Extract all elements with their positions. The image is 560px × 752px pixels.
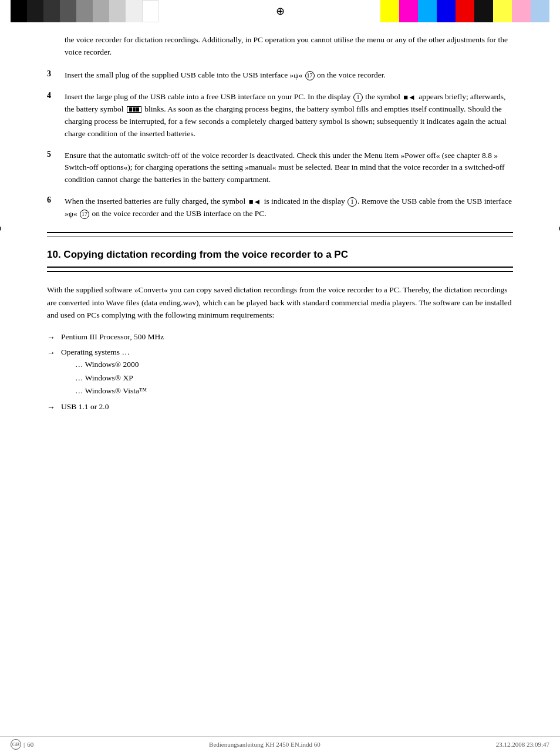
step-6-number: 6	[47, 195, 65, 205]
charge-icon-2: ■◄	[249, 196, 261, 208]
os-win2000: … Windows® 2000	[75, 359, 147, 371]
page-footer: GB | 60 Bedienungsanleitung KH 2450 EN.i…	[0, 736, 560, 752]
requirements-list: → Pentium III Processor, 500 MHz → Opera…	[47, 331, 513, 414]
gs-7	[109, 0, 126, 22]
list-item-os: → Operating systems … … Windows® 2000 … …	[47, 346, 513, 399]
page-content: ⊕ ⊕ the voice recorder for dictation rec…	[0, 22, 560, 451]
usb-plug-symbol-2: ψ	[69, 210, 73, 218]
cb-red	[456, 0, 474, 22]
gs-2	[27, 0, 43, 22]
section-divider-thin	[47, 237, 513, 237]
os-sub-list: … Windows® 2000 … Windows® XP … Windows®…	[75, 359, 147, 398]
circle-17-2: 17	[80, 210, 89, 219]
step-4: 4 Insert the large plug of the USB cable…	[47, 91, 513, 140]
os-winxp: … Windows® XP	[75, 372, 147, 385]
section-10-body: With the supplied software »Convert« you…	[47, 284, 513, 322]
list-item-usb-text: USB 1.1 or 2.0	[61, 401, 109, 413]
step-6: 6 When the inserted batteries are fully …	[47, 195, 513, 220]
arrow-1: →	[47, 331, 61, 344]
gs-1	[11, 0, 27, 22]
top-color-bar: ⊕	[0, 0, 560, 22]
list-item-processor: → Pentium III Processor, 500 MHz	[47, 331, 513, 344]
battery-icon-1	[127, 106, 141, 113]
section-divider-thin-2	[47, 271, 513, 272]
list-item-processor-text: Pentium III Processor, 500 MHz	[61, 331, 164, 343]
step-4-text: Insert the large plug of the USB cable i…	[65, 91, 513, 140]
cb-yellow2	[493, 0, 512, 22]
circle-17-1: 17	[305, 71, 315, 80]
os-winvista: … Windows® Vista™	[75, 385, 147, 397]
step-6-text: When the inserted batteries are fully ch…	[65, 195, 513, 220]
footer-page-number: 60	[27, 741, 33, 748]
intro-paragraph: the voice recorder for dictation recordi…	[65, 34, 513, 59]
cb-cyan	[418, 0, 437, 22]
cb-pink	[512, 0, 531, 22]
section-divider-thick	[47, 232, 513, 233]
charge-icon-1: ■◄	[403, 92, 416, 103]
section-10-heading: 10. Copying dictation recording from the…	[47, 249, 513, 261]
gs-9	[142, 0, 158, 22]
footer-left: GB | 60	[11, 739, 33, 750]
cb-lightblue	[531, 0, 549, 22]
step-3-number: 3	[47, 69, 65, 79]
gs-6	[93, 0, 109, 22]
step-5-text: Ensure that the automatic switch-off of …	[65, 150, 513, 187]
gs-4	[60, 0, 76, 22]
cb-black	[474, 0, 493, 22]
step-3-text: Insert the small plug of the supplied US…	[65, 69, 513, 82]
color-blocks	[380, 0, 549, 22]
arrow-3: →	[47, 401, 61, 414]
list-item-usb: → USB 1.1 or 2.0	[47, 401, 513, 414]
cb-yellow	[380, 0, 399, 22]
step-4-number: 4	[47, 91, 65, 100]
grayscale-blocks	[11, 0, 158, 22]
cb-magenta	[399, 0, 418, 22]
circle-1-step4: 1	[353, 93, 363, 102]
list-item-os-text: Operating systems … … Windows® 2000 … Wi…	[61, 346, 147, 399]
gs-3	[43, 0, 60, 22]
gs-8	[126, 0, 142, 22]
gs-5	[76, 0, 93, 22]
footer-page-sep: |	[23, 741, 25, 748]
circle-1-step6: 1	[348, 197, 357, 207]
step-5-number: 5	[47, 150, 65, 159]
left-crosshair: ⊕	[0, 222, 2, 235]
cb-blue	[437, 0, 456, 22]
usb-plug-symbol-1: ψ	[294, 71, 298, 80]
step-5: 5 Ensure that the automatic switch-off o…	[47, 150, 513, 187]
footer-center: Bedienungsanleitung KH 2450 EN.indd 60	[33, 741, 495, 748]
section-divider-thick-2	[47, 267, 513, 268]
arrow-2: →	[47, 346, 61, 359]
step-3: 3 Insert the small plug of the supplied …	[47, 69, 513, 82]
center-crosshair-top: ⊕	[276, 5, 285, 18]
footer-right: 23.12.2008 23:09:47	[496, 741, 549, 748]
gb-circle-icon: GB	[11, 739, 21, 750]
